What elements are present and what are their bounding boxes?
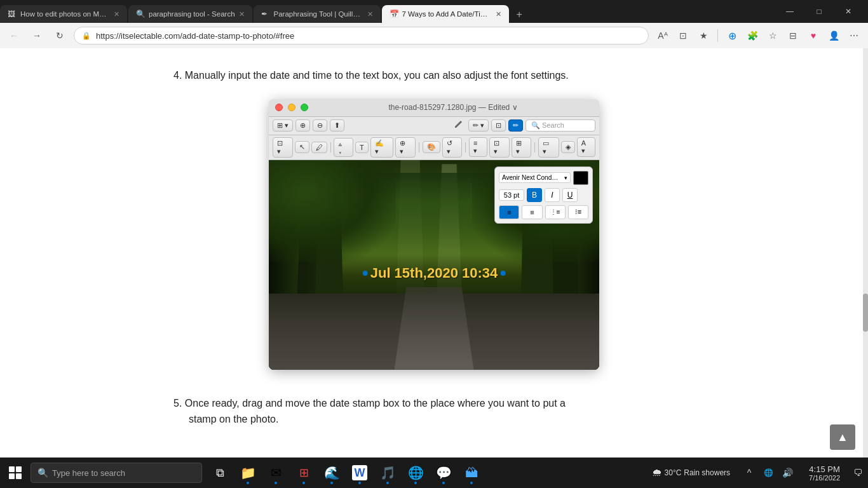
forward-button[interactable]: → — [28, 27, 46, 44]
fill-btn[interactable]: ◈ — [561, 141, 575, 153]
mac-search-input[interactable]: 🔍 Search — [526, 119, 595, 132]
font-dropdown[interactable]: Avenir Next Condens… ▾ — [499, 172, 571, 183]
photos-button[interactable]: 🏔 — [459, 458, 484, 488]
zoom-btn[interactable]: ⊕ ▾ — [395, 137, 416, 158]
maximize-button[interactable]: □ — [804, 3, 834, 20]
zoom-out-btn[interactable]: ⊖ — [313, 119, 327, 132]
taskbar-search-bar[interactable]: 🔍 Type here to search — [31, 463, 202, 483]
mac-close-dot[interactable] — [275, 104, 283, 111]
tab-1-close[interactable]: ✕ — [114, 10, 119, 18]
file-explorer-icon: 📁 — [240, 465, 256, 480]
crop-btn[interactable]: ⊡ — [491, 119, 506, 132]
apps-icon: ⊞ — [299, 466, 309, 480]
align-right-button[interactable]: ⋮≡ — [545, 205, 566, 219]
tab-3[interactable]: ✒ Paraphrasing Tool | QuillBot AI ✕ — [254, 5, 381, 23]
edge-button[interactable]: 🌊 — [319, 458, 344, 488]
border-btn[interactable]: ▭ ▾ — [538, 137, 559, 158]
task-view-button[interactable]: ⧉ — [207, 458, 233, 488]
mac-toolbar-2: ⊡ ▾ ↖ 🖊 ⟁ ▾ T ✍ ▾ ⊕ ▾ 🎨 ↺ ▾ ≡ ▾ ⊡ ▾ ⊞ ▾ … — [269, 135, 599, 160]
align-center-button[interactable]: ≡ — [522, 205, 542, 219]
heart-icon[interactable]: ♥ — [804, 27, 822, 44]
collections-icon[interactable]: ⊟ — [784, 27, 802, 44]
align-justify-button[interactable]: ⁝≡ — [568, 205, 588, 219]
messages-button[interactable]: 💬 — [431, 458, 456, 488]
mac-minimize-dot[interactable] — [288, 104, 295, 111]
favorites-star-icon[interactable]: ☆ — [764, 27, 782, 44]
immersive-icon[interactable]: ⊡ — [674, 27, 692, 44]
share-btn[interactable]: ⬆ — [330, 119, 344, 132]
tab-2-close[interactable]: ✕ — [239, 10, 245, 18]
profile-icon[interactable]: 👤 — [825, 27, 843, 44]
refresh-button[interactable]: ↻ — [51, 27, 69, 44]
color-swatch[interactable] — [573, 171, 588, 185]
word-button[interactable]: W — [347, 458, 372, 488]
notification-button[interactable]: 🗨 — [848, 458, 868, 488]
spotify-button[interactable]: 🎵 — [375, 458, 400, 488]
close-button[interactable]: ✕ — [834, 3, 863, 20]
sound-icon[interactable]: 🔊 — [778, 458, 796, 488]
clock-area[interactable]: 4:15 PM 7/16/2022 — [801, 458, 848, 488]
select-btn[interactable]: ⊡ ▾ — [273, 137, 293, 158]
tab-2[interactable]: 🔍 paraphrasing tool - Search ✕ — [128, 5, 252, 23]
mail-button[interactable]: ✉ — [263, 458, 288, 488]
messages-icon: 💬 — [436, 465, 452, 480]
extensions-icon[interactable]: 🧩 — [743, 27, 761, 44]
weather-area[interactable]: 🌧 30°C Rain showers — [647, 467, 736, 478]
stamp-handle-right[interactable] — [500, 271, 505, 276]
tab-1-label: How to edit photos on Mac 202 — [20, 10, 110, 18]
stamp-text: Jul 15th,2020 10:34 — [370, 265, 498, 281]
address-input[interactable]: 🔒 https://itselectable.com/add-date-stam… — [74, 27, 649, 44]
url-text: https://itselectable.com/add-date-stamp-… — [96, 31, 294, 41]
clock-time: 4:15 PM — [809, 464, 839, 474]
new-tab-button[interactable]: + — [510, 6, 529, 23]
file-explorer-button[interactable]: 📁 — [235, 458, 261, 488]
bold-button[interactable]: B — [527, 188, 542, 202]
chrome-button[interactable]: 🌐 — [403, 458, 428, 488]
font-btn[interactable]: A ▾ — [577, 137, 595, 157]
network-icon[interactable]: 🌐 — [759, 458, 777, 488]
mac-fullscreen-dot[interactable] — [301, 104, 308, 111]
shapes-btn[interactable]: ⟁ ▾ — [334, 138, 353, 157]
cursor-btn[interactable]: ↖ — [295, 141, 309, 153]
tab-4-close[interactable]: ✕ — [496, 10, 501, 18]
align-left-button[interactable]: ≡ — [499, 205, 519, 219]
align-btn[interactable]: ≡ ▾ — [469, 137, 487, 157]
settings-icon[interactable]: ⋯ — [845, 27, 863, 44]
view-btn[interactable]: ⊞ ▾ — [273, 119, 293, 132]
start-button[interactable] — [0, 458, 31, 488]
read-mode-icon[interactable]: Aᴬ — [654, 27, 672, 44]
markup-btn[interactable]: ✏ — [508, 119, 523, 132]
pen-btn[interactable]: 🖊 — [311, 142, 327, 153]
mail-dot — [275, 482, 277, 484]
show-hidden-button[interactable]: ^ — [740, 458, 758, 488]
favorites-icon[interactable]: ★ — [695, 27, 712, 44]
scroll-to-top-button[interactable]: ▲ — [830, 424, 855, 450]
edge-icon[interactable]: ⊕ — [723, 27, 741, 44]
stamp-handle-left[interactable] — [363, 271, 368, 276]
textbox-btn[interactable]: T — [355, 142, 369, 153]
italic-button[interactable]: I — [545, 188, 560, 202]
start-square-1 — [9, 466, 15, 472]
sep2 — [419, 142, 419, 152]
tab-1[interactable]: 🖼 How to edit photos on Mac 202 ✕ — [0, 5, 127, 23]
step-4-text: 4. Manually input the date and time to t… — [173, 67, 695, 84]
underline-button[interactable]: U — [562, 188, 578, 202]
color-btn[interactable]: 🎨 — [423, 141, 440, 153]
foliage-left — [269, 160, 396, 262]
draw-btn[interactable]: ✏ ▾ — [468, 119, 489, 132]
mail-icon: ✉ — [271, 465, 281, 480]
tab-3-close[interactable]: ✕ — [367, 10, 373, 18]
back-button[interactable]: ← — [5, 27, 23, 44]
dist-btn[interactable]: ⊡ ▾ — [489, 137, 510, 158]
forest-scene: Jul 15th,2020 10:34 Avenir Next Condens…… — [269, 160, 599, 370]
signature-btn[interactable]: ✍ ▾ — [370, 137, 393, 158]
zoom-in-btn[interactable]: ⊕ — [295, 119, 310, 132]
apps-button[interactable]: ⊞ — [291, 458, 316, 488]
scrollbar-thumb[interactable] — [863, 294, 868, 332]
rotate-btn[interactable]: ↺ ▾ — [442, 137, 463, 158]
tab-4[interactable]: 📅 7 Ways to Add A Date/Time Sta… ✕ — [382, 5, 509, 23]
arrange-btn[interactable]: ⊞ ▾ — [512, 137, 532, 158]
font-size-input[interactable]: 53 pt — [499, 189, 524, 201]
tab-3-label: Paraphrasing Tool | QuillBot AI — [274, 10, 363, 18]
minimize-button[interactable]: — — [775, 3, 804, 20]
